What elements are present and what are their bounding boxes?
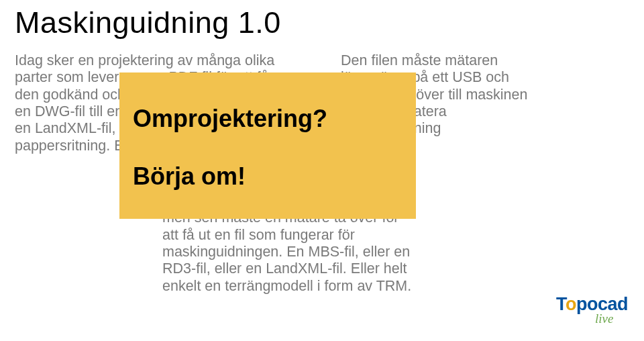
logo-wordmark: Topocad <box>556 295 628 313</box>
slide-title: Maskinguidning 1.0 <box>15 5 629 40</box>
logo-letter-o: o <box>566 294 576 314</box>
callout-subheading: Börja om! <box>133 162 407 191</box>
callout-heading: Omprojektering? <box>133 105 407 133</box>
slide: Maskinguidning 1.0 Idag sker en projekte… <box>0 0 644 341</box>
logo-letter-t: T <box>556 294 566 314</box>
callout-box: Omprojektering? Börja om! <box>119 72 416 219</box>
logo: Topocad live <box>556 295 628 325</box>
